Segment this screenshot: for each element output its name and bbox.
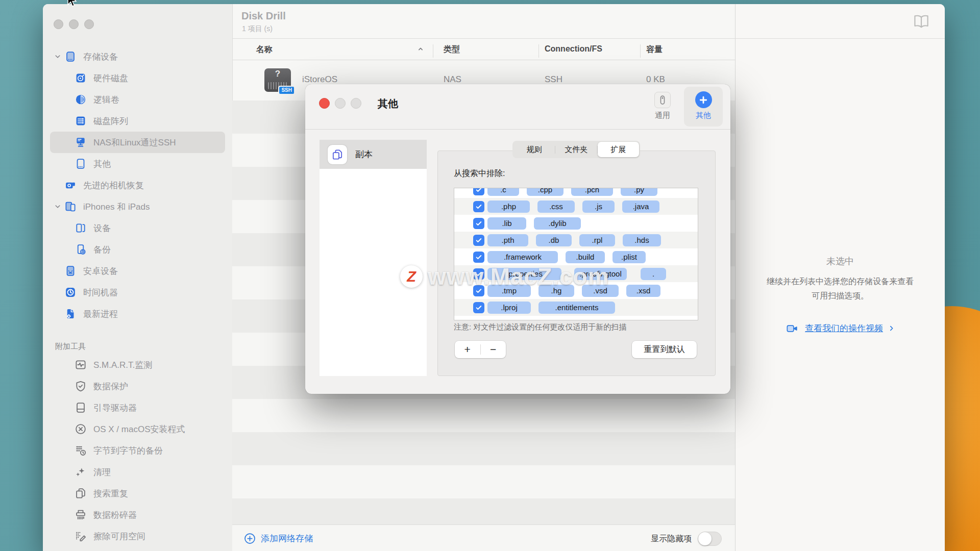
dialog-minimize-button[interactable] <box>335 98 346 109</box>
sidebar-item[interactable]: 备份 <box>50 239 225 260</box>
column-connection[interactable]: Connection/FS <box>545 44 602 54</box>
sidebar-item[interactable]: 硬件磁盘 <box>50 67 225 89</box>
column-capacity[interactable]: 容量 <box>646 44 663 55</box>
sidebar-item[interactable]: 存储设备 <box>50 46 225 67</box>
extension-tag[interactable]: .cpp <box>527 188 564 196</box>
sidebar-item-label: 最新进程 <box>83 308 118 320</box>
sidebar-item[interactable]: 先进的相机恢复 <box>50 174 225 196</box>
extension-tag[interactable]: .lib <box>487 217 526 230</box>
toolbar-tab-other[interactable]: 其他 <box>684 87 723 127</box>
tab-2[interactable]: 文件夹 <box>555 142 597 157</box>
sidebar-item-label: 擦除可用空间 <box>93 531 145 542</box>
extension-tag[interactable]: .build <box>566 251 605 263</box>
tab-1[interactable]: 规则 <box>513 142 555 157</box>
sidebar-device-list: 存储设备硬件磁盘逻辑卷磁盘阵列NAS和Linux通过SSH其他先进的相机恢复iP… <box>43 46 232 547</box>
column-type[interactable]: 类型 <box>444 44 460 55</box>
header-divider <box>232 38 945 39</box>
nas-device-icon: ? SSH <box>264 68 291 92</box>
extension-tag[interactable]: .pth <box>487 234 528 246</box>
row-connection: SSH <box>545 74 562 85</box>
sidebar-item[interactable]: S.M.A.R.T.监测 <box>50 354 225 375</box>
close-button[interactable] <box>54 19 63 29</box>
recent-process-icon <box>64 308 77 320</box>
android-device-icon <box>64 265 77 277</box>
extension-tag[interactable]: .framework <box>487 251 558 263</box>
extension-tag[interactable]: .pch <box>571 188 613 196</box>
sidebar-item[interactable]: 逻辑卷 <box>50 89 225 110</box>
sidebar-item-label: 引导驱动器 <box>93 402 137 414</box>
sidebar-item[interactable]: 引导驱动器 <box>50 397 225 418</box>
extension-tag[interactable]: .php <box>487 201 530 213</box>
sidebar-item-label: 磁盘阵列 <box>93 115 128 127</box>
add-extension-button[interactable]: + <box>455 341 480 358</box>
column-name[interactable]: 名称 <box>256 44 273 55</box>
segmented-tabs: 规则文件夹扩展 <box>512 141 640 158</box>
sidebar-item[interactable]: 最新进程 <box>50 303 225 324</box>
extension-tag[interactable]: .hds <box>623 234 661 246</box>
sidebar-item[interactable]: 数据粉碎器 <box>50 504 225 525</box>
zoom-button[interactable] <box>84 19 94 29</box>
show-hidden-toggle[interactable] <box>698 532 722 546</box>
checkbox-checked[interactable] <box>473 201 484 212</box>
checkbox-checked[interactable] <box>473 302 484 313</box>
sidebar-item[interactable]: OS X / macOS安装程式 <box>50 418 225 440</box>
checkbox-checked[interactable] <box>473 285 484 296</box>
extension-tag[interactable]: .plist <box>612 251 646 263</box>
sidebar-item[interactable]: 擦除可用空间 <box>50 525 225 547</box>
tab-3[interactable]: 扩展 <box>598 142 639 157</box>
dialog-zoom-button[interactable] <box>351 98 361 109</box>
extension-tag[interactable]: .xsd <box>626 285 660 297</box>
sidebar-item[interactable]: NAS和Linux通过SSH <box>50 132 225 153</box>
extension-tag[interactable]: .tmp <box>487 285 531 297</box>
sidebar-item[interactable]: 其他 <box>50 153 225 174</box>
phone-backup-icon <box>75 243 87 256</box>
extension-tag[interactable]: .entitlements <box>538 302 615 314</box>
extension-row: .lproj.entitlements <box>454 299 698 316</box>
extension-tag[interactable]: .java <box>622 201 659 213</box>
sidebar-item[interactable]: 搜索重复 <box>50 483 225 504</box>
checkbox-checked[interactable] <box>473 252 484 263</box>
checkbox-checked[interactable] <box>473 268 484 280</box>
reset-to-default-button[interactable]: 重置到默认 <box>632 341 697 358</box>
dialog-close-button[interactable] <box>319 98 330 109</box>
extension-tag[interactable]: .proofingtool <box>574 268 627 280</box>
sidebar-item[interactable]: 数据保护 <box>50 375 225 397</box>
sidebar-item[interactable]: 字节到字节的备份 <box>50 440 225 461</box>
empty-table-row <box>232 465 735 498</box>
source-list-item-duplicates[interactable]: 副本 <box>320 140 427 169</box>
sidebar-item[interactable]: iPhones 和 iPads <box>50 196 225 217</box>
chevron-down-icon[interactable] <box>53 202 62 211</box>
toolbar-tab-general[interactable]: 通用 <box>643 87 682 127</box>
extension-tag[interactable]: .py <box>621 188 657 196</box>
checkbox-checked[interactable] <box>473 188 484 195</box>
iphones-ipads-icon <box>64 201 77 213</box>
extension-row: .c.cpp.pch.py <box>454 188 698 198</box>
minimize-button[interactable] <box>69 19 79 29</box>
extension-tag[interactable]: . <box>641 268 666 280</box>
extension-tag[interactable]: .hg <box>538 285 574 297</box>
sidebar-item[interactable]: 时间机器 <box>50 282 225 303</box>
sidebar-item[interactable]: 安卓设备 <box>50 260 225 282</box>
chevron-down-icon[interactable] <box>53 52 62 61</box>
extension-tag[interactable]: .db <box>536 234 572 246</box>
extension-tag[interactable]: .properties <box>487 268 561 280</box>
extension-tag[interactable]: .lproj <box>487 302 531 314</box>
add-network-storage-button[interactable]: 添加网络存储 <box>243 532 313 545</box>
extension-tag[interactable]: .js <box>582 201 615 213</box>
extension-tag[interactable]: .css <box>537 201 575 213</box>
book-icon[interactable] <box>912 12 930 31</box>
checkbox-checked[interactable] <box>473 218 484 229</box>
extension-tag[interactable]: .c <box>487 188 519 196</box>
checkbox-checked[interactable] <box>473 235 484 246</box>
sidebar-item-label: OS X / macOS安装程式 <box>93 423 185 435</box>
empty-table-row <box>232 432 735 465</box>
remove-extension-button[interactable]: − <box>481 341 506 358</box>
extension-tag[interactable]: .rpl <box>579 234 615 246</box>
sort-asc-icon[interactable] <box>416 44 425 54</box>
sidebar-item[interactable]: 磁盘阵列 <box>50 110 225 132</box>
sidebar-item[interactable]: 清理 <box>50 461 225 483</box>
extension-tag[interactable]: .dylib <box>534 217 581 230</box>
video-tutorial-link[interactable]: 查看我们的操作视频 <box>736 322 945 334</box>
sidebar-item[interactable]: 设备 <box>50 217 225 239</box>
extension-tag[interactable]: .vsd <box>582 285 619 297</box>
